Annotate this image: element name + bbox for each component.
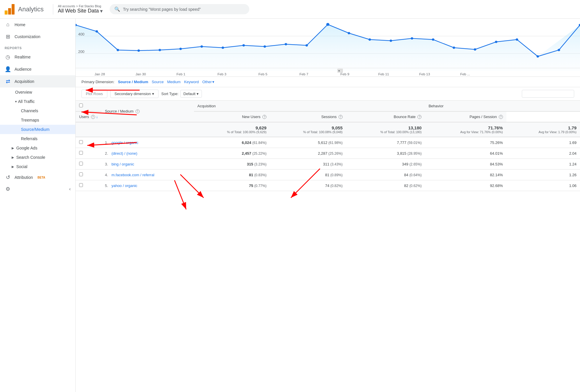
svg-text:Jan 30: Jan 30 [136,72,146,76]
total-users-sub: % of Total: 100.00% (9,629) [198,130,267,134]
source-link-2[interactable]: bing / organic [111,162,134,166]
total-new-users-value: 9,055 [273,125,343,130]
row-checkbox-1[interactable] [79,151,83,155]
dim-keyword-link[interactable]: Keyword [184,80,199,84]
sidebar-settings-row[interactable]: ⚙ ‹ [0,183,75,195]
sidebar-item-search-console[interactable]: ▶ Search Console [0,153,75,162]
total-bounce-rate-sub: Avg for View: 71.76% (0.00%) [428,130,503,134]
secondary-dimension-button[interactable]: Secondary dimension ▾ [110,90,159,98]
svg-point-18 [389,40,392,42]
svg-point-25 [536,55,539,58]
row-bounce-rate-4: 92.68% [425,180,506,191]
row-pages-session-4: 1.06 [506,180,580,191]
row-pages-session-0: 1.69 [506,137,580,148]
svg-text:Feb 5: Feb 5 [259,72,267,76]
th-sessions[interactable]: Sessions ? [270,111,346,122]
sidebar-item-customization[interactable]: ⊞ Customization [0,31,75,43]
total-pages-session-cell: 1.79 Avg for View: 1.79 (0.00%) [506,122,580,137]
sidebar-item-home[interactable]: ⌂ Home [0,19,75,31]
row-source-medium-4: 5. yahoo / organic [102,180,194,191]
sort-default-label: Default [184,92,195,96]
row-users-2: 315 (3.23%) [194,159,270,170]
svg-text:Feb 7: Feb 7 [299,72,308,76]
users-help-icon: ? [91,115,95,119]
th-source-medium-label: Source / Medium [105,109,134,113]
logo-bar-3 [12,4,15,15]
row-sessions-3: 84 (0.64%) [346,170,425,180]
totals-row: 9,629 % of Total: 100.00% (9,629) 9,055 … [76,122,580,137]
svg-point-8 [179,48,182,50]
row-num-1: 2. [105,151,108,156]
sidebar-channels-label: Channels [21,108,38,113]
sidebar-sub-overview[interactable]: Overview [0,88,75,97]
total-label [102,122,194,137]
collapse-icon[interactable]: ‹ [69,186,71,192]
total-pages-session-value: 1.79 [510,125,577,130]
sort-dropdown[interactable]: Default ▾ [180,90,202,98]
sidebar-search-console-label: Search Console [16,155,45,160]
sidebar-sub-treemaps[interactable]: Treemaps [0,115,75,125]
row-checkbox-2[interactable] [79,162,83,165]
svg-point-22 [474,48,476,51]
th-users[interactable]: Users ? ↓ [76,111,102,122]
sidebar-item-social[interactable]: ▶ Social [0,162,75,171]
row-bounce-rate-0: 75.26% [425,137,506,148]
row-checkbox-0[interactable] [79,140,83,144]
total-sessions-sub: % of Total: 100.00% (13,180) [350,130,422,134]
row-pages-session-3: 1.26 [506,170,580,180]
sort-type-area: Sort Type: Default ▾ [161,90,202,98]
new-users-pct-3: (0.89%) [330,173,343,177]
bounce-rate-col-label: Bounce Rate [394,115,416,119]
select-all-checkbox[interactable] [79,104,83,107]
sidebar-google-ads-label: Google Ads [16,146,37,150]
dim-other-dropdown[interactable]: Other ▾ [202,80,214,84]
sidebar-sub-all-traffic[interactable]: ▾ All Traffic [0,97,75,106]
users-val-3: 81 [249,173,253,177]
svg-text:Feb 9: Feb 9 [340,72,349,76]
table-search-input[interactable] [522,90,574,98]
svg-point-9 [200,45,203,48]
row-bounce-rate-2: 84.53% [425,159,506,170]
th-new-users[interactable]: New Users ? [194,111,270,122]
dim-source-link[interactable]: Source [152,80,163,84]
new-users-pct-2: (3.43%) [330,162,343,166]
th-bounce-rate[interactable]: Bounce Rate ? [346,111,425,122]
row-users-3: 81 (0.83%) [194,170,270,180]
sidebar-item-google-ads[interactable]: ▶ Google Ads [0,143,75,153]
th-source-medium: Source / Medium ? [102,101,194,122]
sidebar-item-realtime[interactable]: ◷ Realtime [0,51,75,63]
svg-point-21 [453,47,455,49]
global-search-bar[interactable]: 🔍 Try searching "Worst pages by load spe… [110,4,249,14]
row-num-2: 3. [105,162,108,166]
source-link-3[interactable]: m.facebook.com / referral [111,173,154,177]
property-selector[interactable]: All Web Site Data ▾ [58,8,103,14]
row-checkbox-3[interactable] [79,172,83,176]
sidebar-social-label: Social [16,164,27,169]
primary-dimension-bar: Primary Dimension: Source / Medium Sourc… [76,77,580,87]
sidebar-sub-channels[interactable]: Channels [0,106,75,115]
th-pages-session[interactable]: Pages / Session ? [425,111,506,122]
users-pct-4: (0.77%) [254,184,266,188]
sidebar-item-audience[interactable]: 👤 Audience [0,63,75,75]
source-link-4[interactable]: yahoo / organic [111,183,137,188]
dim-source-medium-link[interactable]: Source / Medium [118,80,148,84]
source-link-0[interactable]: google / organic [111,140,138,145]
svg-point-26 [558,49,560,51]
sidebar-source-medium-label: Source/Medium [21,127,49,132]
row-users-4: 75 (0.77%) [194,180,270,191]
acquisition-icon: ⇄ [5,78,11,85]
sidebar-sub-source-medium[interactable]: Source/Medium [0,125,75,134]
sidebar-item-acquisition[interactable]: ⇄ Acquisition [0,75,75,88]
row-checkbox-4[interactable] [79,183,83,187]
plot-rows-button[interactable]: Plot Rows [81,90,107,98]
table-row: 4. m.facebook.com / referral 81 (0.83%) … [76,170,580,180]
search-console-expand-icon: ▶ [12,156,14,159]
dim-medium-link[interactable]: Medium [167,80,181,84]
sidebar-sub-referrals[interactable]: Referrals [0,134,75,143]
source-link-1[interactable]: (direct) / (none) [111,151,137,156]
users-pct-2: (3.23%) [254,162,266,166]
sidebar-item-attribution[interactable]: ↺ Attribution BETA [0,171,75,183]
account-info: All accounts > Fat Stacks Blog All Web S… [58,4,103,14]
settings-gear-icon: ⚙ [5,186,11,192]
users-sort-icon: ↓ [96,115,98,119]
